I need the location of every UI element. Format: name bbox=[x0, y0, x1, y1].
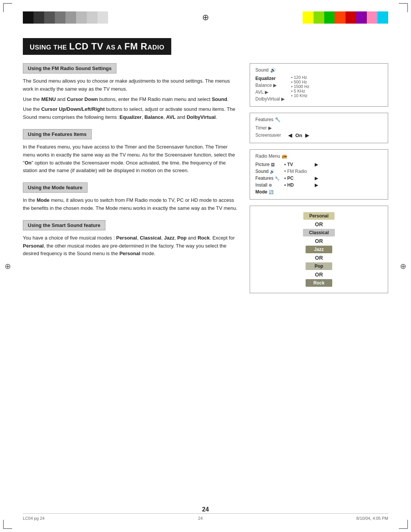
heading-sound-settings: Using the FM Radio Sound Settings bbox=[23, 63, 116, 73]
radio-arrow-picture: ▶ bbox=[315, 162, 318, 167]
sound-mode-rock: Rock bbox=[306, 279, 332, 287]
radio-row-sound: Sound 🔊 • FM Radio bbox=[255, 168, 382, 175]
radio-menu-box: Radio Menu 📻 Picture 🖼 • TV ▶ Sound 🔊 • … bbox=[250, 149, 388, 200]
or-label-3: OR bbox=[315, 255, 323, 261]
radio-val-features: • PC bbox=[284, 176, 311, 181]
section-smart-sound: Using the Smart Sound feature You have a… bbox=[23, 220, 238, 258]
sound-row-equalizer: Equalizer bbox=[255, 75, 286, 82]
screensaver-left-arrow[interactable]: ◀ bbox=[288, 132, 292, 138]
radio-arrow-install: ▶ bbox=[315, 182, 318, 188]
screensaver-right-arrow[interactable]: ▶ bbox=[305, 132, 309, 138]
header-crosshair: ⊕ bbox=[202, 13, 209, 22]
sound-menu-values: • 120 Hz • 500 Hz • 1500 Hz • 5 KHz • 10… bbox=[290, 75, 309, 102]
heading-mode: Using the Mode feature bbox=[23, 182, 88, 193]
sound-row-dolby: DolbyVirtual ▶ bbox=[255, 96, 286, 102]
section-features: Using the Features Items In the Features… bbox=[23, 129, 238, 175]
radio-label-mode: Mode 🔄 bbox=[255, 189, 282, 195]
radio-arrow-features: ▶ bbox=[315, 176, 318, 181]
page-title: USING THE LCD TV AS A FM RADIO bbox=[23, 38, 171, 55]
corner-mark-tl bbox=[3, 3, 12, 12]
footer-right: 8/10/04, 4:05 PM bbox=[356, 516, 388, 521]
features-screensaver-row: Screensaver ◀ On ▶ bbox=[255, 131, 382, 139]
crosshair-left: ⊕ bbox=[5, 262, 11, 271]
or-label-2: OR bbox=[315, 238, 323, 244]
left-column: Using the FM Radio Sound Settings The So… bbox=[23, 63, 238, 293]
smart-sound-para1: You have a choice of five musical modes … bbox=[23, 234, 238, 258]
page-content: USING THE LCD TV AS A FM RADIO Using the… bbox=[23, 38, 388, 502]
features-para1: In the Features menu, you have access to… bbox=[23, 143, 238, 175]
radio-label-install: Install ⚙ bbox=[255, 182, 282, 188]
radio-menu-rows: Picture 🖼 • TV ▶ Sound 🔊 • FM Radio Feat… bbox=[255, 161, 382, 195]
sound-row-avl: AVL ▶ bbox=[255, 89, 286, 96]
corner-mark-bl bbox=[3, 520, 12, 529]
features-menu-box: Features 🔧 Timer ▶ Screensaver ◀ On ▶ bbox=[250, 113, 388, 143]
footer-center: 24 bbox=[198, 516, 202, 521]
radio-label-features: Features 🔧 bbox=[255, 176, 282, 181]
heading-features: Using the Features Items bbox=[23, 129, 92, 139]
sound-mode-pop: Pop bbox=[306, 262, 332, 270]
sound-icon: 🔊 bbox=[270, 67, 276, 73]
radio-label-picture: Picture 🖼 bbox=[255, 162, 282, 167]
corner-mark-br bbox=[399, 520, 408, 529]
mode-para1: In the Mode menu, it allows you to switc… bbox=[23, 197, 238, 212]
radio-menu-title: Radio Menu 📻 bbox=[255, 153, 382, 159]
or-label-4: OR bbox=[315, 272, 323, 278]
heading-smart-sound: Using the Smart Sound feature bbox=[23, 220, 105, 230]
footer-left: LC04 pg 24 bbox=[23, 516, 45, 521]
radio-row-mode: Mode 🔄 bbox=[255, 189, 382, 195]
sound-mode-jazz: Jazz bbox=[306, 246, 332, 253]
features-menu-title: Features 🔧 bbox=[255, 117, 382, 122]
sound-settings-para3: Use the Cursor Up/Down/Left/Right button… bbox=[23, 105, 238, 121]
right-column: Sound 🔊 Equalizer Balance ▶ AVL ▶ bbox=[250, 63, 388, 293]
sound-menu-title: Sound 🔊 bbox=[255, 67, 382, 73]
section-mode: Using the Mode feature In the Mode menu,… bbox=[23, 182, 238, 212]
radio-menu-icon: 📻 bbox=[282, 153, 287, 159]
features-timer-row: Timer ▶ bbox=[255, 125, 382, 131]
sound-menu-box: Sound 🔊 Equalizer Balance ▶ AVL ▶ bbox=[250, 63, 388, 107]
sound-mode-personal: Personal bbox=[303, 212, 335, 220]
radio-label-sound: Sound 🔊 bbox=[255, 169, 282, 174]
color-blocks bbox=[303, 11, 388, 24]
radio-row-install: Install ⚙ • HD ▶ bbox=[255, 182, 382, 189]
page-number: 24 bbox=[202, 506, 209, 513]
crosshair-right: ⊕ bbox=[400, 262, 406, 271]
sound-menu-labels: Equalizer Balance ▶ AVL ▶ DolbyVirtual ▶ bbox=[255, 75, 286, 102]
sound-mode-classical: Classical bbox=[303, 229, 335, 236]
grayscale-blocks bbox=[23, 11, 108, 24]
sound-settings-para1: The Sound menu allows you to choose or m… bbox=[23, 77, 238, 93]
header-bar: ⊕ bbox=[0, 11, 411, 24]
footer: LC04 pg 24 24 8/10/04, 4:05 PM bbox=[23, 513, 388, 521]
radio-val-sound: • FM Radio bbox=[284, 169, 311, 174]
features-icon: 🔧 bbox=[275, 117, 280, 122]
radio-val-install: • HD bbox=[284, 182, 311, 188]
sound-mode-container: Personal OR Classical OR Jazz OR Pop OR … bbox=[255, 212, 382, 287]
two-column-layout: Using the FM Radio Sound Settings The So… bbox=[23, 63, 388, 293]
sound-row-balance: Balance ▶ bbox=[255, 82, 286, 89]
sound-settings-para2: Use the MENU and Cursor Down buttons, en… bbox=[23, 96, 238, 104]
radio-val-picture: • TV bbox=[284, 162, 311, 167]
or-label-1: OR bbox=[315, 221, 323, 227]
corner-mark-tr bbox=[399, 3, 408, 12]
smart-sound-box: Personal OR Classical OR Jazz OR Pop OR … bbox=[250, 206, 388, 293]
screensaver-on-value: On bbox=[295, 133, 302, 138]
radio-row-features: Features 🔧 • PC ▶ bbox=[255, 175, 382, 182]
screensaver-controls[interactable]: ◀ On ▶ bbox=[288, 132, 309, 138]
section-sound-settings: Using the FM Radio Sound Settings The So… bbox=[23, 63, 238, 121]
radio-row-picture: Picture 🖼 • TV ▶ bbox=[255, 161, 382, 168]
